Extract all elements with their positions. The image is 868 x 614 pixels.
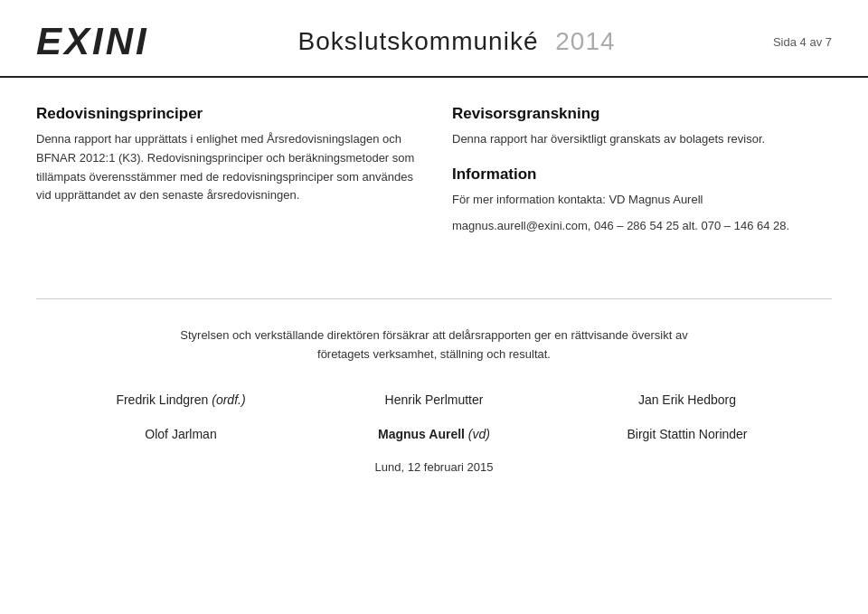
section-divider [36, 298, 832, 299]
right-column: Revisorsgranskning Denna rapport har öve… [452, 105, 832, 235]
title-text: Bokslutskommuniké [297, 27, 538, 55]
header: EXINI Bokslutskommuniké 2014 Sida 4 av 7 [0, 0, 868, 78]
revisor-body: Denna rapport har översiktligt granskats… [452, 130, 832, 149]
left-section-title: Redovisningsprinciper [36, 105, 416, 123]
two-column-layout: Redovisningsprinciper Denna rapport har … [36, 105, 832, 235]
sig-col-magnus: Magnus Aurell (vd) [307, 426, 561, 442]
sig-fredrik-name: Fredrik Lindgren (ordf.) [116, 392, 245, 407]
left-section-body: Denna rapport har upprättats i enlighet … [36, 130, 416, 205]
footer-statement: Styrelsen och verkställande direktören f… [36, 326, 832, 364]
sig-birgit-name: Birgit Stattin Norinder [627, 427, 747, 441]
page: EXINI Bokslutskommuniké 2014 Sida 4 av 7… [0, 0, 868, 614]
sig-col-birgit: Birgit Stattin Norinder [561, 426, 814, 442]
signatories-row2: Olof Jarlman Magnus Aurell (vd) Birgit S… [36, 426, 832, 442]
info-body: För mer information kontakta: VD Magnus … [452, 191, 832, 236]
left-para1: Denna rapport har upprättats i enlighet … [36, 130, 416, 205]
sig-magnus-name: Magnus Aurell (vd) [378, 427, 490, 441]
main-content: Redovisningsprinciper Denna rapport har … [0, 78, 868, 280]
date-text: Lund, 12 februari 2015 [375, 460, 494, 474]
left-column: Redovisningsprinciper Denna rapport har … [36, 105, 416, 235]
logo-text: EXINI [36, 20, 149, 62]
title-year: 2014 [555, 27, 615, 55]
sig-col-jan: Jan Erik Hedborg [561, 392, 814, 408]
date-row: Lund, 12 februari 2015 [36, 460, 832, 474]
revisor-para: Denna rapport har översiktligt granskats… [452, 130, 832, 149]
info-title: Information [452, 165, 832, 184]
footer-section: Styrelsen och verkställande direktören f… [0, 317, 868, 492]
info-para2: magnus.aurell@exini.com, 046 – 286 54 25… [452, 217, 832, 236]
info-para1: För mer information kontakta: VD Magnus … [452, 191, 832, 210]
sig-jan-name: Jan Erik Hedborg [638, 392, 736, 407]
statement-line1: Styrelsen och verkställande direktören f… [36, 326, 832, 345]
company-logo: EXINI [36, 20, 154, 63]
sig-henrik-name: Henrik Perlmutter [385, 392, 484, 407]
signatories-row1: Fredrik Lindgren (ordf.) Henrik Perlmutt… [36, 392, 832, 408]
page-number: Sida 4 av 7 [760, 35, 832, 49]
statement-line2: företagets verksamhet, ställning och res… [36, 345, 832, 364]
sig-col-henrik: Henrik Perlmutter [307, 392, 561, 408]
sig-olof-name: Olof Jarlman [145, 427, 216, 441]
document-title: Bokslutskommuniké 2014 [154, 27, 760, 56]
sig-col-olof: Olof Jarlman [54, 426, 307, 442]
revisor-title: Revisorsgranskning [452, 105, 832, 123]
sig-col-fredrik: Fredrik Lindgren (ordf.) [54, 392, 307, 408]
